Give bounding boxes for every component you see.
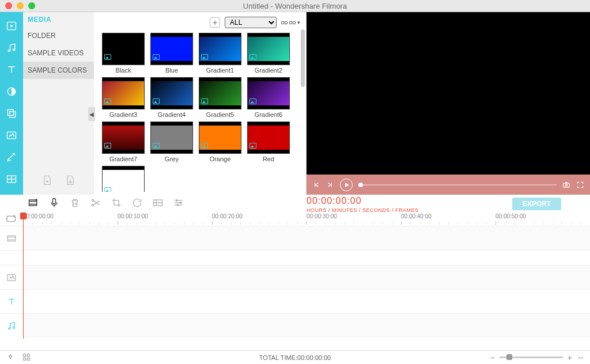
- media-thumbnail[interactable]: [102, 33, 145, 65]
- thumbnail-label: Red: [263, 156, 274, 162]
- play-button[interactable]: [340, 179, 353, 191]
- image-icon: [249, 54, 256, 60]
- import-button[interactable]: [65, 174, 76, 189]
- image-icon: [153, 54, 160, 60]
- svg-point-12: [92, 199, 93, 201]
- media-thumbnail[interactable]: [150, 77, 193, 109]
- media-tab[interactable]: [0, 16, 23, 36]
- image-icon: [249, 98, 256, 104]
- folder-item[interactable]: FOLDER: [23, 27, 94, 44]
- grid-view-button[interactable]: [22, 352, 31, 363]
- thumbnail-label: Gradient4: [158, 111, 186, 118]
- image-icon: [201, 98, 208, 104]
- crop-button[interactable]: [111, 197, 122, 211]
- transitions-tab[interactable]: [0, 81, 23, 102]
- fit-zoom-button[interactable]: ↔: [577, 353, 584, 362]
- window-title: Untitled - Wondershare Filmora: [0, 2, 590, 10]
- thumbnail-label: Black: [116, 67, 131, 74]
- effects-tab[interactable]: [0, 147, 23, 168]
- timeline-tracks[interactable]: [23, 226, 590, 350]
- add-track-button[interactable]: [6, 214, 17, 226]
- preview-viewport: [307, 12, 590, 175]
- folder-panel-header: MEDIA: [23, 12, 94, 27]
- svg-rect-24: [27, 354, 29, 356]
- export-button[interactable]: EXPORT: [512, 198, 561, 210]
- overlays-tab[interactable]: [0, 103, 23, 124]
- media-thumbnail[interactable]: [247, 33, 290, 65]
- prev-frame-button[interactable]: [312, 181, 320, 189]
- marker-button[interactable]: [6, 352, 15, 363]
- zoom-slider[interactable]: [500, 357, 563, 358]
- delete-button[interactable]: [69, 197, 81, 211]
- media-scrollbar[interactable]: [301, 29, 305, 87]
- media-thumbnail[interactable]: [150, 33, 193, 65]
- split-screen-tab[interactable]: [0, 169, 23, 189]
- track-row: [23, 226, 590, 250]
- svg-rect-19: [7, 236, 16, 241]
- tool-sidebar: [0, 12, 23, 195]
- ruler-mark: 00:00:30:00: [307, 213, 337, 219]
- record-voiceover-button[interactable]: [48, 197, 60, 211]
- settings-button[interactable]: [173, 197, 184, 211]
- view-mode-button[interactable]: ▾: [281, 20, 300, 25]
- media-thumbnail[interactable]: [247, 77, 290, 109]
- split-button[interactable]: [90, 197, 101, 211]
- thumbnail-label: Grey: [165, 156, 179, 162]
- ruler-mark: 00:00:10:00: [118, 213, 148, 219]
- text-track-icon[interactable]: [0, 289, 23, 313]
- folder-item[interactable]: SAMPLE COLORS: [23, 62, 94, 79]
- color-tuning-button[interactable]: [152, 197, 164, 211]
- image-icon: [201, 54, 208, 60]
- preview-scrubber[interactable]: [358, 184, 557, 185]
- image-icon: [249, 143, 256, 149]
- minimize-window-button[interactable]: [17, 2, 24, 9]
- thumbnail-label: Orange: [210, 156, 231, 162]
- media-thumbnail[interactable]: [199, 33, 241, 65]
- media-thumbnail[interactable]: [199, 122, 241, 154]
- media-filter-select[interactable]: ALL: [225, 17, 277, 28]
- media-thumbnail[interactable]: [150, 122, 193, 154]
- close-window-button[interactable]: [5, 2, 12, 9]
- thumbnail-label: Gradient7: [109, 156, 137, 162]
- thumbnail-label: Blue: [165, 67, 178, 74]
- folder-item[interactable]: SAMPLE VIDEOS: [23, 44, 94, 62]
- track-row: [23, 250, 590, 265]
- svg-rect-10: [29, 200, 37, 206]
- next-frame-button[interactable]: [326, 181, 334, 189]
- timeline-timecode-label: HOURS / MINUTES / SECONDS / FRAMES: [307, 207, 419, 213]
- svg-point-9: [565, 184, 568, 186]
- thumbnail-label: Gradient2: [255, 67, 282, 74]
- svg-rect-8: [563, 183, 570, 187]
- media-thumbnail[interactable]: [199, 77, 241, 109]
- titlebar: Untitled - Wondershare Filmora: [0, 0, 590, 12]
- media-thumbnail[interactable]: [102, 77, 145, 109]
- video-track-icon[interactable]: [0, 226, 23, 250]
- media-thumbnail[interactable]: [102, 166, 145, 192]
- new-folder-button[interactable]: [41, 174, 53, 189]
- music-track-icon[interactable]: [0, 313, 23, 338]
- svg-point-15: [176, 200, 177, 202]
- image-icon: [104, 143, 111, 149]
- zoom-in-button[interactable]: +: [568, 353, 572, 362]
- music-tab[interactable]: [0, 37, 23, 58]
- media-thumbnail[interactable]: [247, 122, 290, 154]
- add-media-track-button[interactable]: [28, 197, 39, 211]
- track-row: [23, 289, 590, 313]
- snapshot-button[interactable]: [562, 181, 570, 189]
- timeline-timecode: 00:00:00:00: [307, 196, 362, 206]
- svg-point-16: [180, 202, 181, 204]
- text-tab[interactable]: [0, 59, 23, 80]
- collapse-panel-button[interactable]: ◀: [88, 107, 95, 121]
- media-thumbnail[interactable]: [102, 122, 145, 154]
- zoom-out-button[interactable]: −: [490, 353, 495, 362]
- svg-point-22: [13, 327, 14, 328]
- rotate-button[interactable]: [131, 197, 143, 211]
- zoom-window-button[interactable]: [28, 2, 35, 9]
- playhead[interactable]: [23, 213, 24, 339]
- folder-panel: MEDIA FOLDERSAMPLE VIDEOSSAMPLE COLORS: [23, 12, 94, 195]
- add-media-button[interactable]: +: [210, 17, 220, 28]
- elements-tab[interactable]: [0, 125, 23, 146]
- timeline-ruler[interactable]: 00:00:00:0000:00:10:0000:00:20:0000:00:3…: [23, 213, 590, 226]
- fullscreen-button[interactable]: [576, 181, 584, 189]
- image-track-icon[interactable]: [0, 265, 23, 289]
